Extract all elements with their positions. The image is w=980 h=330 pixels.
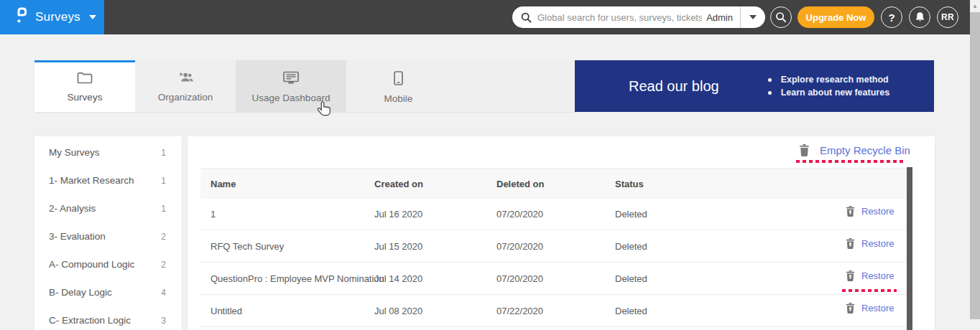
sidebar-item-extraction-logic[interactable]: C- Extraction Logic 3 — [34, 306, 182, 330]
page-scrollbar[interactable]: ▲ — [970, 0, 980, 330]
survey-name: RFQ Tech Survey — [211, 241, 284, 252]
person-add-icon — [177, 72, 194, 87]
folder-label: B- Delay Logic — [49, 287, 112, 298]
deleted-on: 07/20/2020 — [496, 241, 543, 252]
column-header-status: Status — [615, 179, 644, 189]
table-row: QuestionPro : Employee MVP Nomination Ju… — [200, 263, 907, 295]
recycle-bin-table: Name Created on Deleted on Status 1 Jul … — [200, 168, 907, 327]
sidebar-item-evaluation[interactable]: 3- Evaluation 2 — [34, 222, 182, 250]
restore-label: Restore — [861, 303, 895, 314]
page-scrollbar-thumb[interactable] — [970, 12, 980, 319]
restore-label: Restore — [861, 270, 895, 281]
table-row: RFQ Tech Survey Jul 15 2020 07/20/2020 D… — [200, 230, 907, 263]
sidebar-item-market-research[interactable]: 1- Market Research 1 — [34, 166, 182, 194]
status: Deleted — [615, 273, 647, 284]
survey-name: QuestionPro : Employee MVP Nomination — [211, 273, 384, 284]
tab-label: Organization — [158, 92, 213, 103]
product-name: Surveys — [35, 10, 80, 24]
folder-label: 1- Market Research — [49, 175, 134, 186]
banner-bullet: Learn about new features — [768, 88, 889, 98]
chevron-down-icon — [89, 15, 96, 19]
column-header-deleted-on: Deleted on — [496, 179, 544, 189]
chevron-down-icon — [749, 15, 757, 19]
folder-label: C- Extraction Logic — [49, 315, 131, 326]
column-header-name: Name — [211, 179, 236, 189]
avatar-initials: RR — [941, 12, 954, 22]
restore-button[interactable]: Restore — [846, 238, 895, 249]
trash-arrow-up-icon — [846, 206, 855, 217]
folder-label: 3- Evaluation — [49, 231, 106, 242]
trash-arrow-up-icon — [846, 303, 855, 314]
sidebar-item-my-surveys[interactable]: My Surveys 1 — [34, 138, 182, 166]
table-row: Untitled Jul 08 2020 07/22/2020 Deleted … — [200, 295, 907, 327]
search-button[interactable] — [770, 6, 792, 28]
folder-count: 2 — [161, 260, 166, 270]
folder-label: 2- Analysis — [49, 203, 96, 214]
created-on: Jul 08 2020 — [374, 306, 422, 316]
survey-name: 1 — [211, 209, 216, 220]
module-tabs: Surveys Organization Usage Dashboard Mob… — [34, 60, 575, 112]
empty-recycle-bin-button[interactable]: Empty Recycle Bin — [799, 144, 910, 156]
restore-button[interactable]: Restore — [846, 270, 895, 281]
upgrade-now-button[interactable]: Upgrade Now — [798, 6, 874, 28]
banner-title[interactable]: Read our blog — [629, 78, 719, 95]
search-input[interactable] — [537, 12, 702, 23]
sidebar-item-compound-logic[interactable]: A- Compound Logic 2 — [34, 250, 182, 278]
dashboard-list-icon — [282, 71, 300, 88]
status: Deleted — [615, 306, 647, 316]
restore-button[interactable]: Restore — [846, 206, 895, 217]
folder-count: 3 — [161, 316, 166, 326]
search-scope-selector[interactable]: Admin — [702, 12, 740, 23]
tab-usage-dashboard[interactable]: Usage Dashboard — [236, 60, 346, 112]
global-search: Admin — [512, 6, 765, 28]
trash-arrow-up-icon — [846, 238, 855, 249]
blog-banner[interactable]: Read our blog Explore research method Le… — [575, 60, 934, 112]
recycle-bin-panel: Empty Recycle Bin Name Created on Delete… — [188, 136, 935, 330]
deleted-on: 07/20/2020 — [496, 209, 543, 220]
restore-button[interactable]: Restore — [846, 303, 895, 314]
sidebar-item-delay-logic[interactable]: B- Delay Logic 4 — [34, 278, 182, 306]
tab-surveys[interactable]: Surveys — [34, 60, 135, 112]
search-scope-dropdown[interactable] — [741, 6, 765, 28]
sidebar-item-analysis[interactable]: 2- Analysis 1 — [34, 194, 182, 222]
tab-label: Mobile — [384, 93, 413, 104]
survey-name: Untitled — [211, 306, 242, 316]
question-mark-icon: ? — [888, 11, 895, 24]
topbar: Surveys Admin Upgrade Now ? RR — [0, 0, 970, 34]
tab-mobile[interactable]: Mobile — [346, 60, 450, 112]
folder-count: 1 — [161, 148, 166, 158]
restore-label: Restore — [861, 206, 895, 217]
folder-count: 2 — [161, 232, 166, 242]
notifications-button[interactable] — [909, 6, 930, 28]
folders-sidebar: My Surveys 1 1- Market Research 1 2- Ana… — [34, 136, 182, 330]
table-header: Name Created on Deleted on Status — [200, 168, 907, 198]
restore-label: Restore — [861, 238, 895, 249]
created-on: Jul 15 2020 — [374, 241, 422, 252]
folder-label: A- Compound Logic — [49, 259, 134, 270]
created-on: Jul 14 2020 — [374, 273, 422, 284]
annotation-underline — [796, 160, 905, 163]
banner-bullet-list: Explore research method Learn about new … — [768, 72, 889, 100]
table-row: 1 Jul 16 2020 07/20/2020 Deleted Restore — [200, 198, 907, 230]
bell-icon — [915, 11, 925, 23]
folder-count: 1 — [161, 204, 166, 214]
tab-organization[interactable]: Organization — [135, 60, 236, 112]
folder-count: 4 — [161, 288, 166, 298]
product-switcher[interactable]: Surveys — [0, 0, 104, 34]
table-scrollbar[interactable] — [907, 167, 912, 330]
avatar[interactable]: RR — [937, 6, 958, 28]
questionpro-logo-icon — [16, 6, 28, 28]
scrollbar-up-arrow-icon[interactable]: ▲ — [970, 0, 980, 12]
deleted-on: 07/22/2020 — [496, 306, 543, 316]
help-button[interactable]: ? — [881, 6, 902, 28]
empty-recycle-bin-label: Empty Recycle Bin — [820, 144, 910, 156]
folder-label: My Surveys — [49, 147, 100, 158]
deleted-on: 07/20/2020 — [496, 273, 543, 284]
status: Deleted — [615, 241, 647, 252]
trash-arrow-up-icon — [846, 270, 855, 281]
tab-label: Surveys — [68, 92, 103, 103]
folder-icon — [77, 72, 93, 87]
banner-bullet: Explore research method — [768, 75, 889, 85]
mobile-phone-icon — [394, 71, 403, 88]
annotation-underline — [842, 289, 897, 292]
